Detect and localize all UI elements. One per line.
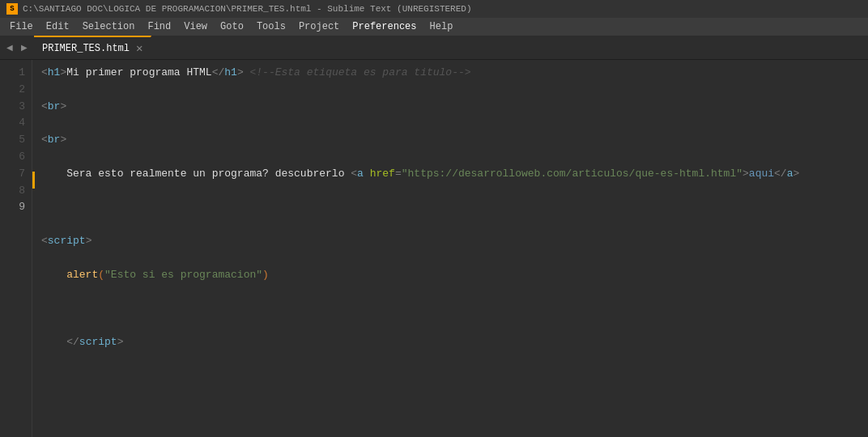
code-line-4: Sera esto realmente un programa? descubr… (41, 166, 868, 183)
tab-nav: ◀ ▶ (0, 36, 34, 59)
tab-nav-next[interactable]: ▶ (18, 41, 31, 53)
tab-label: PRIMER_TES.html (42, 43, 130, 54)
line-num-3: 3 (10, 99, 25, 116)
menu-help[interactable]: Help (423, 18, 460, 36)
gutter-mark-9 (32, 172, 35, 189)
menu-bar: File Edit Selection Find View Goto Tools… (0, 18, 868, 36)
menu-file[interactable]: File (3, 18, 40, 36)
code-line-5 (41, 199, 868, 216)
code-line-9: </script> (41, 334, 868, 351)
tab-nav-prev[interactable]: ◀ (3, 41, 16, 53)
app-icon: S (6, 3, 18, 15)
line-num-9: 9 (10, 199, 25, 216)
code-line-7: alert("Esto si es programacion") (41, 267, 868, 284)
line-num-7: 7 (10, 166, 25, 183)
code-line-8 (41, 300, 868, 317)
gutter-accent (32, 60, 35, 437)
line-num-6: 6 (10, 149, 25, 166)
tab-primer-tes[interactable]: PRIMER_TES.html ✕ (34, 36, 151, 59)
code-editor[interactable]: <h1>Mi primer programa HTML</h1> <!--Est… (35, 60, 868, 437)
line-num-4: 4 (10, 115, 25, 132)
line-num-5: 5 (10, 132, 25, 149)
line-num-1: 1 (10, 65, 25, 82)
menu-preferences[interactable]: Preferences (346, 18, 423, 36)
menu-edit[interactable]: Edit (40, 18, 76, 36)
menu-project[interactable]: Project (292, 18, 346, 36)
code-line-6: <script> (41, 233, 868, 250)
line-num-8: 8 (10, 183, 25, 200)
line-num-2: 2 (10, 82, 25, 99)
code-line-2: <br> (41, 99, 868, 116)
editor: 1 2 3 4 5 6 7 8 9 <h1>Mi primer programa… (0, 60, 868, 437)
line-numbers: 1 2 3 4 5 6 7 8 9 (0, 60, 32, 437)
code-line-3: <br> (41, 132, 868, 149)
menu-view[interactable]: View (177, 18, 214, 36)
menu-find[interactable]: Find (141, 18, 177, 36)
menu-selection[interactable]: Selection (76, 18, 142, 36)
menu-tools[interactable]: Tools (250, 18, 292, 36)
title-bar-text: C:\SANTIAGO DOC\LOGICA DE PROGRAMACION\P… (23, 4, 472, 14)
title-bar: S C:\SANTIAGO DOC\LOGICA DE PROGRAMACION… (0, 0, 868, 18)
tab-bar: ◀ ▶ PRIMER_TES.html ✕ (0, 36, 868, 60)
menu-goto[interactable]: Goto (214, 18, 250, 36)
code-line-1: <h1>Mi primer programa HTML</h1> <!--Est… (41, 65, 868, 82)
tab-close-button[interactable]: ✕ (136, 43, 143, 54)
